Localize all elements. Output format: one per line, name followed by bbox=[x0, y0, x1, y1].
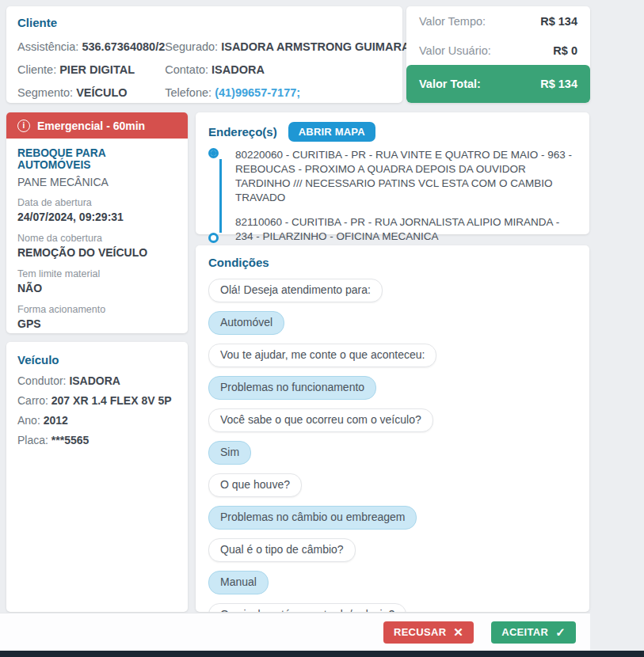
client-field: Telefone: (41)99657-7177; bbox=[165, 82, 425, 104]
field-label: Placa: bbox=[17, 434, 51, 446]
client-field: Segmento: VEÍCULO bbox=[17, 82, 165, 104]
conditions-title: Condições bbox=[208, 256, 577, 269]
chat-bubble-answer: Sim bbox=[208, 441, 251, 465]
service-type: PANE MECÂNICA bbox=[17, 176, 177, 188]
field-label: Carro: bbox=[17, 394, 51, 407]
addresses-header: Endereço(s) ABRIR MAPA bbox=[208, 122, 577, 142]
service-detail-label: Nome da cobertura bbox=[17, 232, 177, 245]
service-detail: Tem limite materialNÃO bbox=[17, 268, 177, 296]
service-detail-value: GPS bbox=[17, 317, 177, 332]
service-detail: Forma acionamentoGPS bbox=[17, 303, 177, 332]
address-text: 82110060 - CURITIBA - PR - RUA JORNALIST… bbox=[235, 216, 559, 242]
value-row-label: Valor Usuário: bbox=[419, 44, 491, 57]
field-label: Telefone: bbox=[165, 86, 215, 99]
service-detail-label: Forma acionamento bbox=[17, 303, 177, 317]
chat-bubble-answer: Problemas no funcionamento bbox=[208, 376, 376, 400]
field-label: Assistência: bbox=[17, 40, 82, 53]
values-rows: Valor Tempo:R$ 134Valor Usuário:R$ 0 bbox=[406, 6, 590, 65]
address-text: 80220060 - CURITIBA - PR - RUA VINTE E Q… bbox=[235, 149, 572, 203]
service-body: REBOQUE PARA AUTOMÓVEIS PANE MECÂNICA Da… bbox=[6, 139, 188, 347]
emergency-banner-label: Emergencial - 60min bbox=[37, 120, 145, 132]
chat-bubble-answer: Problemas no câmbio ou embreagem bbox=[208, 506, 417, 530]
service-detail: Data de abertura24/07/2024, 09:29:31 bbox=[17, 196, 177, 225]
field-value: 207 XR 1.4 FLEX 8V 5P bbox=[51, 394, 172, 407]
field-label: Segmento: bbox=[17, 86, 76, 99]
origin-dot-icon bbox=[208, 148, 219, 158]
vehicle-field: Carro: 207 XR 1.4 FLEX 8V 5P bbox=[17, 391, 177, 411]
field-value: PIER DIGITAL bbox=[59, 63, 135, 76]
service-detail-label: Data de abertura bbox=[17, 196, 177, 210]
timeline-line bbox=[219, 159, 222, 233]
service-card: i Emergencial - 60min REBOQUE PARA AUTOM… bbox=[6, 112, 188, 333]
service-detail-value: 24/07/2024, 09:29:31 bbox=[17, 210, 177, 225]
decline-button[interactable]: RECUSAR ✕ bbox=[383, 621, 474, 644]
chat-bubble-answer: Automóvel bbox=[208, 311, 284, 335]
value-row-amount: R$ 0 bbox=[553, 44, 577, 57]
vehicle-field: Condutor: ISADORA bbox=[17, 371, 177, 391]
value-row-label: Valor Tempo: bbox=[419, 15, 486, 28]
values-card: Valor Tempo:R$ 134Valor Usuário:R$ 0 Val… bbox=[406, 6, 590, 103]
check-icon: ✓ bbox=[555, 625, 566, 640]
chat-bubble-question: Vou te ajudar, me conte o que aconteceu: bbox=[208, 344, 436, 367]
total-value-label: Valor Total: bbox=[419, 78, 481, 90]
chat-bubble-question: Olá! Deseja atendimento para: bbox=[208, 279, 383, 302]
emergency-banner: i Emergencial - 60min bbox=[6, 112, 188, 139]
field-value: ISADORA ARMSTRONG GUIMARAES bbox=[221, 40, 425, 53]
field-value: ISADORA bbox=[211, 63, 265, 76]
vehicle-card: Veículo Condutor: ISADORACarro: 207 XR 1… bbox=[6, 342, 188, 612]
client-fields-right: Segurado: ISADORA ARMSTRONG GUIMARAESCon… bbox=[165, 36, 425, 104]
field-label: Contato: bbox=[165, 63, 211, 76]
accept-button[interactable]: ACEITAR ✓ bbox=[491, 621, 576, 644]
field-value: 536.67364080/2 bbox=[82, 40, 165, 53]
field-value: 2012 bbox=[44, 414, 68, 427]
bottom-bar bbox=[0, 651, 644, 657]
vehicle-field: Placa: ***5565 bbox=[17, 431, 177, 450]
chat-bubble-answer: Manual bbox=[208, 571, 269, 594]
conditions-card: Condições Olá! Deseja atendimento para:A… bbox=[196, 245, 589, 612]
footer-action-bar: RECUSAR ✕ ACEITAR ✓ bbox=[0, 613, 590, 651]
client-field: Contato: ISADORA bbox=[165, 59, 425, 82]
client-card-title: Cliente bbox=[17, 16, 391, 29]
phone-link[interactable]: (41)99657-7177; bbox=[215, 86, 300, 99]
service-detail-value: NÃO bbox=[17, 281, 177, 296]
value-row-amount: R$ 134 bbox=[540, 15, 577, 28]
total-value-amount: R$ 134 bbox=[540, 78, 577, 90]
chat-messages: Olá! Deseja atendimento para:AutomóvelVo… bbox=[208, 279, 577, 612]
chat-bubble-question: Qual é o tipo de câmbio? bbox=[208, 538, 356, 562]
field-label: Ano: bbox=[17, 414, 44, 427]
client-fields-left: Assistência: 536.67364080/2Cliente: PIER… bbox=[17, 36, 165, 104]
vehicle-field: Ano: 2012 bbox=[17, 411, 177, 431]
close-icon: ✕ bbox=[453, 625, 463, 640]
field-label: Cliente: bbox=[17, 63, 59, 76]
vehicle-card-title: Veículo bbox=[17, 353, 177, 366]
service-detail-label: Tem limite material bbox=[17, 268, 177, 281]
open-map-button[interactable]: ABRIR MAPA bbox=[288, 122, 375, 142]
accept-button-label: ACEITAR bbox=[501, 626, 548, 638]
client-field: Segurado: ISADORA ARMSTRONG GUIMARAES bbox=[165, 36, 425, 59]
address-item: 80220060 - CURITIBA - PR - RUA VINTE E Q… bbox=[235, 148, 577, 205]
service-details: Data de abertura24/07/2024, 09:29:31Nome… bbox=[17, 196, 177, 332]
vehicle-fields: Condutor: ISADORACarro: 207 XR 1.4 FLEX … bbox=[17, 371, 177, 450]
total-value-bar: Valor Total: R$ 134 bbox=[406, 65, 590, 103]
address-item: 82110060 - CURITIBA - PR - RUA JORNALIST… bbox=[235, 215, 577, 244]
service-detail-value: REMOÇÃO DO VEÍCULO bbox=[17, 245, 177, 260]
chat-bubble-question: O veiculo está em estrada/rodovia? bbox=[208, 603, 406, 612]
field-label: Segurado: bbox=[165, 40, 221, 53]
addresses-title: Endereço(s) bbox=[208, 125, 277, 139]
destination-dot-icon bbox=[208, 233, 219, 243]
client-field: Cliente: PIER DIGITAL bbox=[17, 59, 165, 82]
field-value: ***5565 bbox=[51, 434, 90, 446]
value-row: Valor Tempo:R$ 134 bbox=[406, 6, 590, 36]
client-fields: Assistência: 536.67364080/2Cliente: PIER… bbox=[17, 36, 391, 104]
chat-bubble-question: O que houve? bbox=[208, 473, 302, 497]
client-card: Cliente Assistência: 536.67364080/2Clien… bbox=[6, 6, 402, 103]
chat-bubble-question: Você sabe o que ocorreu com o veículo? bbox=[208, 408, 433, 432]
field-label: Condutor: bbox=[17, 374, 69, 387]
decline-button-label: RECUSAR bbox=[394, 626, 446, 638]
addresses-card: Endereço(s) ABRIR MAPA 80220060 - CURITI… bbox=[196, 112, 589, 234]
field-value: ISADORA bbox=[69, 374, 120, 387]
value-row: Valor Usuário:R$ 0 bbox=[406, 36, 590, 65]
field-value: VEÍCULO bbox=[76, 86, 127, 99]
service-detail: Nome da coberturaREMOÇÃO DO VEÍCULO bbox=[17, 232, 177, 260]
client-field: Assistência: 536.67364080/2 bbox=[17, 36, 165, 59]
